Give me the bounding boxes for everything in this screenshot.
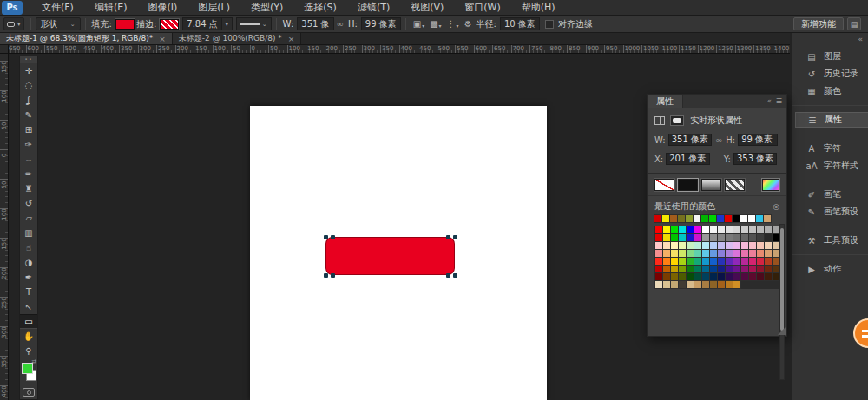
close-icon[interactable]: × <box>288 35 295 43</box>
stroke-width-dropdown[interactable]: ▾ <box>222 17 233 30</box>
color-swatch[interactable] <box>733 250 740 257</box>
color-swatch[interactable] <box>655 258 662 265</box>
color-swatch[interactable] <box>741 234 748 241</box>
color-swatch[interactable] <box>663 273 670 280</box>
color-swatch[interactable] <box>679 226 686 233</box>
color-swatch[interactable] <box>702 281 709 288</box>
scrollbar-thumb[interactable] <box>780 228 784 331</box>
radius-field[interactable]: 10 像素 <box>500 17 540 30</box>
color-swatch[interactable] <box>773 273 779 280</box>
color-swatch[interactable] <box>718 258 725 265</box>
dock-item-layers[interactable]: ▤图层 <box>792 49 868 64</box>
color-swatch[interactable] <box>694 226 701 233</box>
path-arrangement-icon[interactable]: ⋮▾ <box>447 19 459 29</box>
marquee-tool[interactable]: ◌ <box>20 78 37 93</box>
color-swatch[interactable] <box>655 226 662 233</box>
document-tab-2[interactable]: 未标题-2 @ 100%(RGB/8) *× <box>173 33 302 44</box>
shape-anchor[interactable] <box>453 235 457 239</box>
color-swatch[interactable] <box>757 250 764 257</box>
color-swatch[interactable] <box>749 242 756 249</box>
color-swatch[interactable] <box>694 250 701 257</box>
color-swatch[interactable] <box>726 242 733 249</box>
color-swatch[interactable] <box>702 250 709 257</box>
scrollbar[interactable] <box>779 224 785 380</box>
rounded-rectangle-shape[interactable] <box>326 237 455 275</box>
shape-anchor[interactable] <box>324 273 328 278</box>
color-swatch[interactable] <box>717 215 724 222</box>
solid-color-button[interactable] <box>678 179 698 191</box>
color-swatch[interactable] <box>765 242 772 249</box>
tab-properties[interactable]: 属性 <box>648 95 683 108</box>
color-swatch[interactable] <box>687 242 694 249</box>
menu-item-help[interactable]: 帮助(H) <box>511 0 566 16</box>
color-swatch[interactable] <box>718 242 725 249</box>
color-swatch[interactable] <box>671 226 678 233</box>
brush-tool[interactable]: ✏ <box>20 167 37 181</box>
color-swatch[interactable] <box>733 281 740 288</box>
pen-tool[interactable]: ✒ <box>20 270 37 285</box>
color-swatch[interactable] <box>686 215 693 222</box>
color-swatch[interactable] <box>679 234 686 241</box>
stroke-color-swatch[interactable] <box>160 19 179 30</box>
dock-item-brush-presets[interactable]: ✎画笔预设 <box>792 204 868 220</box>
shape-x-field[interactable]: 201 像素 <box>666 153 709 165</box>
color-swatch[interactable] <box>733 266 740 272</box>
color-swatch[interactable] <box>687 226 694 233</box>
color-swatch[interactable] <box>749 266 756 272</box>
gradient-tool[interactable]: ▥ <box>20 226 37 240</box>
color-swatch[interactable] <box>757 273 764 280</box>
flyout-gear-icon[interactable]: ◎ <box>773 202 779 211</box>
stroke-width-field[interactable]: 7.84 点 <box>182 17 221 30</box>
menu-item-type[interactable]: 类型(Y) <box>240 0 293 16</box>
color-swatch[interactable] <box>726 266 733 272</box>
link-dimensions-icon[interactable]: ∞ <box>715 135 722 145</box>
panel-grip[interactable]: ∙∙ <box>20 56 37 63</box>
history-brush-tool[interactable]: ↺ <box>20 196 37 211</box>
eraser-tool[interactable]: ▱ <box>20 211 37 226</box>
color-swatch[interactable] <box>671 242 678 249</box>
color-swatch[interactable] <box>702 242 709 249</box>
color-swatch[interactable] <box>749 250 756 257</box>
color-swatch[interactable] <box>663 226 670 233</box>
color-swatch[interactable] <box>671 234 678 241</box>
color-swatch[interactable] <box>709 215 716 222</box>
menu-item-layer[interactable]: 图层(L) <box>187 0 240 16</box>
dock-item-color[interactable]: ▦颜色 <box>792 83 868 99</box>
color-swatch[interactable] <box>679 258 686 265</box>
color-swatch[interactable] <box>671 258 678 265</box>
color-swatch[interactable] <box>702 258 709 265</box>
color-swatch[interactable] <box>702 266 709 272</box>
document-tab-1[interactable]: 未标题-1 @ 68.3%(圆角矩形 1, RGB/8)*× <box>0 33 173 44</box>
color-swatch[interactable] <box>710 234 717 241</box>
color-swatch[interactable] <box>671 266 678 272</box>
lasso-tool[interactable]: ʆ <box>20 93 37 108</box>
color-swatch[interactable] <box>773 250 779 257</box>
gear-icon[interactable]: ⚙ <box>464 19 472 29</box>
color-swatch[interactable] <box>733 258 740 265</box>
healing-brush-tool[interactable]: ⌣ <box>20 152 37 167</box>
color-swatch[interactable] <box>765 258 772 265</box>
color-swatch[interactable] <box>710 226 717 233</box>
color-swatch[interactable] <box>726 258 733 265</box>
color-swatch[interactable] <box>679 242 686 249</box>
menu-item-image[interactable]: 图像(I) <box>137 0 187 16</box>
color-swatch[interactable] <box>663 266 670 272</box>
clone-stamp-tool[interactable]: ♜ <box>20 181 37 196</box>
ps-logo-icon[interactable]: Ps <box>2 1 23 15</box>
color-swatch[interactable] <box>718 281 725 288</box>
color-swatch[interactable] <box>655 266 662 272</box>
tool-preset-button[interactable]: ▾ <box>3 17 24 30</box>
dock-item-actions[interactable]: ▶动作 <box>792 261 868 277</box>
color-swatch[interactable] <box>773 226 779 233</box>
color-swatch[interactable] <box>733 242 740 249</box>
color-swatch[interactable] <box>654 215 661 222</box>
path-selection-tool[interactable]: ↖ <box>20 299 37 314</box>
link-dimensions-icon[interactable]: ∞ <box>337 19 344 29</box>
color-swatch[interactable] <box>655 242 662 249</box>
color-swatch[interactable] <box>670 215 677 222</box>
dodge-tool[interactable]: ◑ <box>20 255 37 270</box>
menu-item-select[interactable]: 选择(S) <box>293 0 347 16</box>
color-swatch[interactable] <box>733 226 740 233</box>
color-swatch[interactable] <box>741 266 748 272</box>
no-color-button[interactable] <box>654 179 674 191</box>
